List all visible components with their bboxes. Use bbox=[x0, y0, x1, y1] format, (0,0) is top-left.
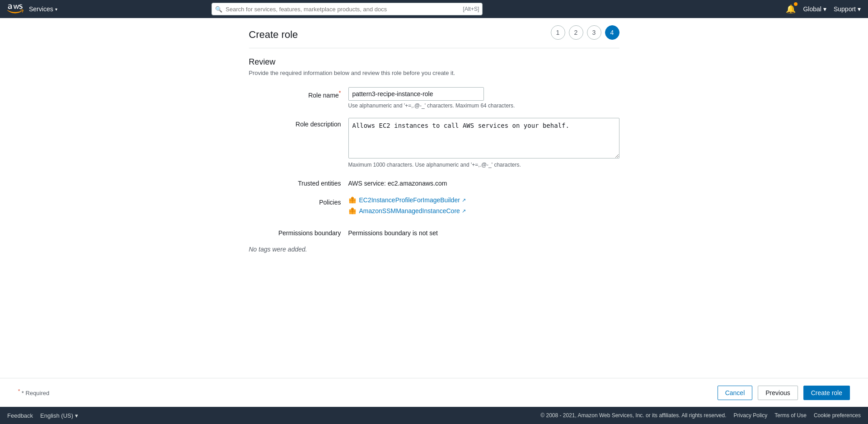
step-indicators: 1 2 3 4 bbox=[551, 25, 619, 40]
global-label: Global bbox=[803, 5, 821, 13]
trusted-entities-field: AWS service: ec2.amazonaws.com bbox=[348, 177, 619, 187]
policy-item-2: AmazonSSMManagedInstanceCore ↗ bbox=[348, 207, 619, 215]
services-label: Services bbox=[29, 5, 53, 13]
search-shortcut: [Alt+S] bbox=[463, 6, 479, 12]
role-desc-label: Role description bbox=[249, 118, 348, 128]
svg-rect-2 bbox=[352, 197, 353, 199]
notifications-bell[interactable]: 🔔 bbox=[786, 4, 796, 14]
role-name-row: Role name* Use alphanumeric and '+=,.@-_… bbox=[249, 87, 619, 109]
external-link-icon-2: ↗ bbox=[462, 208, 466, 214]
role-name-label: Role name* bbox=[249, 87, 348, 99]
copyright-text: © 2008 - 2021, Amazon Web Services, Inc.… bbox=[540, 412, 726, 419]
role-desc-field: Allows EC2 instances to call AWS service… bbox=[348, 118, 619, 168]
search-bar: 🔍 [Alt+S] bbox=[211, 3, 483, 15]
external-link-icon-1: ↗ bbox=[462, 197, 466, 203]
permissions-boundary-label: Permissions boundary bbox=[249, 227, 348, 237]
nav-right: 🔔 Global ▾ Support ▾ bbox=[786, 4, 861, 14]
role-desc-row: Role description Allows EC2 instances to… bbox=[249, 118, 619, 168]
search-input[interactable] bbox=[211, 3, 483, 15]
svg-rect-7 bbox=[352, 208, 353, 210]
footer-left: Feedback English (US) ▾ bbox=[7, 412, 78, 419]
action-buttons: Cancel Previous Create role bbox=[718, 386, 850, 400]
support-chevron-icon: ▾ bbox=[858, 5, 861, 13]
terms-of-use-link[interactable]: Terms of Use bbox=[774, 412, 807, 419]
previous-button[interactable]: Previous bbox=[758, 386, 798, 400]
support-menu[interactable]: Support ▾ bbox=[834, 5, 861, 13]
create-role-button[interactable]: Create role bbox=[803, 386, 850, 400]
global-chevron-icon: ▾ bbox=[823, 5, 826, 13]
policies-field: EC2InstanceProfileForImageBuilder ↗ Amaz bbox=[348, 196, 619, 218]
cookie-preferences-link[interactable]: Cookie preferences bbox=[814, 412, 861, 419]
services-chevron-icon: ▾ bbox=[55, 7, 57, 12]
role-name-field: Use alphanumeric and '+=,.@-_' character… bbox=[348, 87, 619, 109]
policy-package-icon-2 bbox=[348, 207, 357, 215]
permissions-boundary-row: Permissions boundary Permissions boundar… bbox=[249, 227, 619, 237]
role-desc-hint: Maximum 1000 characters. Use alphanumeri… bbox=[348, 162, 619, 168]
step-3[interactable]: 3 bbox=[587, 25, 601, 40]
notification-badge bbox=[794, 2, 798, 6]
policy-link-1[interactable]: EC2InstanceProfileForImageBuilder ↗ bbox=[359, 196, 466, 204]
trusted-entities-value: AWS service: ec2.amazonaws.com bbox=[348, 177, 619, 187]
policies-label: Policies bbox=[249, 196, 348, 206]
role-name-input[interactable] bbox=[348, 87, 484, 101]
permissions-boundary-value: Permissions boundary is not set bbox=[348, 227, 619, 237]
section-title: Review bbox=[249, 57, 619, 67]
feedback-link[interactable]: Feedback bbox=[7, 412, 33, 419]
cancel-button[interactable]: Cancel bbox=[718, 386, 753, 400]
policy-link-2[interactable]: AmazonSSMManagedInstanceCore ↗ bbox=[359, 207, 466, 214]
policies-row: Policies EC2InstanceProfileForImageBuild… bbox=[249, 196, 619, 218]
footer-right: © 2008 - 2021, Amazon Web Services, Inc.… bbox=[540, 412, 861, 419]
aws-logo[interactable] bbox=[7, 3, 23, 15]
no-tags-message: No tags were added. bbox=[249, 246, 619, 253]
support-label: Support bbox=[834, 5, 856, 13]
search-icon: 🔍 bbox=[215, 6, 222, 13]
main-content: 1 2 3 4 Create role Review Provide the r… bbox=[0, 18, 868, 378]
language-selector[interactable]: English (US) ▾ bbox=[40, 412, 78, 419]
services-menu[interactable]: Services ▾ bbox=[29, 5, 57, 13]
policy-item-1: EC2InstanceProfileForImageBuilder ↗ bbox=[348, 196, 619, 204]
trusted-entities-row: Trusted entities AWS service: ec2.amazon… bbox=[249, 177, 619, 187]
footer: Feedback English (US) ▾ © 2008 - 2021, A… bbox=[0, 407, 868, 424]
permissions-boundary-field: Permissions boundary is not set bbox=[348, 227, 619, 237]
step-4[interactable]: 4 bbox=[605, 25, 619, 40]
role-name-hint: Use alphanumeric and '+=,.@-_' character… bbox=[348, 103, 619, 109]
trusted-entities-label: Trusted entities bbox=[249, 177, 348, 187]
step-2[interactable]: 2 bbox=[569, 25, 583, 40]
divider bbox=[249, 48, 619, 48]
bottom-bar: * * Required Cancel Previous Create role bbox=[0, 378, 868, 407]
privacy-policy-link[interactable]: Privacy Policy bbox=[734, 412, 768, 419]
global-menu[interactable]: Global ▾ bbox=[803, 5, 826, 13]
role-desc-textarea[interactable]: Allows EC2 instances to call AWS service… bbox=[348, 118, 619, 158]
section-desc: Provide the required information below a… bbox=[249, 70, 619, 76]
required-note: * * Required bbox=[18, 388, 49, 396]
language-chevron-icon: ▾ bbox=[75, 412, 78, 419]
step-1[interactable]: 1 bbox=[551, 25, 565, 40]
policy-package-icon-1 bbox=[348, 196, 357, 204]
